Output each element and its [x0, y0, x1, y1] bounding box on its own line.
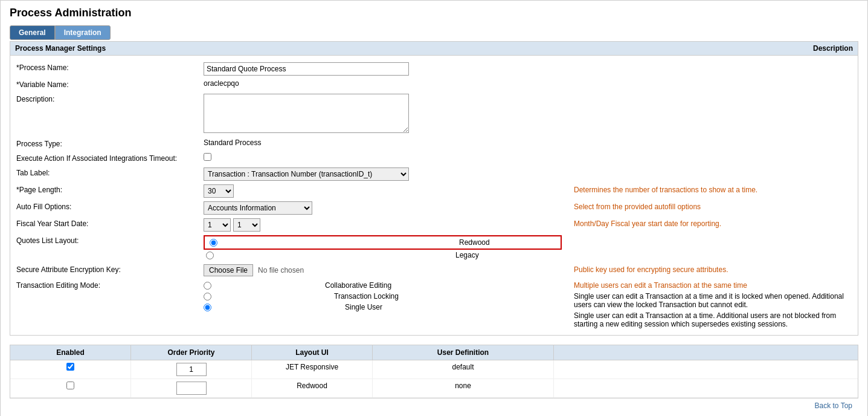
description-label: Description	[813, 44, 853, 53]
fiscal-year-label: Fiscal Year Start Date:	[16, 218, 204, 228]
row2-enabled	[10, 379, 131, 397]
page-length-row: *Page Length: 30 Determines the number o…	[16, 183, 852, 200]
auto-fill-select[interactable]: Accounts Information	[204, 201, 312, 215]
fiscal-year-row: Fiscal Year Start Date: 1 1 Month/Day Fi…	[16, 216, 852, 233]
file-area: Choose File No file chosen	[204, 264, 562, 276]
variable-name-value: oraclecpqo	[204, 77, 239, 88]
row2-order-priority-input[interactable]	[176, 382, 207, 395]
encryption-key-label: Secure Attribute Encryption Key:	[16, 264, 204, 274]
description-label-field: Description:	[16, 94, 204, 103]
form-area: *Process Name: *Variable Name: oraclecpq…	[10, 56, 858, 336]
page-title: Process Administration	[10, 7, 858, 19]
redwood-radio[interactable]	[210, 239, 217, 247]
transaction-editing-row: Transaction Editing Mode: Collaborative …	[16, 278, 852, 330]
single-user-radio[interactable]	[204, 304, 211, 311]
table-row: Redwood none	[10, 379, 858, 398]
page-length-label: *Page Length:	[16, 184, 204, 194]
process-name-label: *Process Name:	[16, 62, 204, 72]
description-textarea[interactable]	[204, 94, 409, 133]
process-name-row: *Process Name:	[16, 60, 852, 77]
tab-integration[interactable]: Integration	[55, 25, 111, 40]
row1-layout-ui: JET Responsive	[252, 360, 373, 379]
table-row: JET Responsive default	[10, 360, 858, 379]
locking-description: Single user can edit a Transaction at a …	[574, 292, 852, 309]
single-user-label: Single User	[345, 303, 382, 311]
process-name-input[interactable]	[204, 62, 409, 76]
col-header-layout-ui: Layout UI	[252, 345, 373, 360]
choose-file-button[interactable]: Choose File	[204, 264, 253, 276]
row1-enabled	[10, 360, 131, 379]
no-file-text: No file chosen	[258, 266, 304, 275]
transaction-editing-label: Transaction Editing Mode:	[16, 280, 204, 290]
bottom-table-header: Enabled Order Priority Layout UI User De…	[10, 345, 858, 360]
fiscal-year-day-select[interactable]: 1	[233, 218, 260, 232]
tab-label-row: Tab Label: Transaction : Transaction Num…	[16, 166, 852, 183]
tabs-container: General Integration	[10, 25, 858, 40]
encryption-description: Public key used for encrypting secure at…	[562, 264, 852, 274]
variable-name-label: *Variable Name:	[16, 79, 204, 89]
quotes-list-layout-row: Quotes List Layout: Redwood Legacy	[16, 233, 852, 262]
auto-fill-label: Auto Fill Options:	[16, 201, 204, 211]
page-length-select[interactable]: 30	[204, 184, 234, 198]
quotes-list-label: Quotes List Layout:	[16, 235, 204, 245]
legacy-option-container: Legacy	[204, 250, 562, 261]
process-type-value: Standard Process	[204, 137, 261, 147]
single-user-description: Single user can edit a Transaction at a …	[574, 311, 852, 328]
process-type-label: Process Type:	[16, 138, 204, 148]
tab-label-select[interactable]: Transaction : Transaction Number (transa…	[204, 167, 409, 181]
tab-general[interactable]: General	[10, 25, 55, 40]
row1-user-definition: default	[373, 360, 554, 379]
col-header-user-definition: User Definition	[373, 345, 554, 360]
encryption-key-row: Secure Attribute Encryption Key: Choose …	[16, 262, 852, 278]
col-header-order-priority: Order Priority	[131, 345, 252, 360]
redwood-label: Redwood	[459, 238, 490, 247]
row2-layout-ui: Redwood	[252, 379, 373, 397]
execute-action-checkbox[interactable]	[204, 153, 211, 161]
legacy-label: Legacy	[455, 251, 479, 259]
collaborative-label: Collaborative Editing	[325, 281, 391, 290]
fiscal-year-month-select[interactable]: 1	[204, 218, 231, 232]
process-name-control	[204, 62, 562, 76]
collaborative-description: Multiple users can edit a Transaction at…	[574, 281, 852, 290]
execute-action-row: Execute Action If Associated Integration…	[16, 151, 852, 166]
page-length-description: Determines the number of transactions to…	[562, 184, 852, 194]
process-type-row: Process Type: Standard Process	[16, 137, 852, 151]
row1-enabled-checkbox[interactable]	[66, 363, 74, 371]
tab-label-label: Tab Label:	[16, 167, 204, 177]
page-wrapper: Process Administration General Integrati…	[0, 0, 868, 416]
legacy-radio[interactable]	[206, 252, 214, 259]
settings-label: Process Manager Settings	[15, 44, 106, 53]
row1-order-priority-input[interactable]	[176, 363, 207, 376]
locking-radio[interactable]	[204, 293, 211, 301]
fiscal-year-description: Month/Day Fiscal year start date for rep…	[562, 218, 852, 228]
variable-name-row: *Variable Name: oraclecpqo	[16, 77, 852, 92]
layout-rows: Redwood Legacy	[204, 235, 562, 261]
locking-label: Transaction Locking	[334, 292, 399, 301]
section-header: Process Manager Settings Description	[10, 41, 858, 56]
single-user-option: Single User	[204, 302, 562, 313]
back-to-top[interactable]: Back to Top	[10, 398, 858, 413]
redwood-option-container: Redwood	[204, 235, 562, 250]
col-header-enabled: Enabled	[10, 345, 131, 360]
description-row: Description:	[16, 92, 852, 137]
auto-fill-row: Auto Fill Options: Accounts Information …	[16, 200, 852, 216]
row2-enabled-checkbox[interactable]	[66, 382, 74, 389]
fiscal-year-selects: 1 1	[204, 218, 562, 232]
collaborative-option: Collaborative Editing	[204, 280, 562, 291]
auto-fill-description: Select from the provided autofill option…	[562, 201, 852, 211]
editing-mode-rows: Collaborative Editing Transaction Lockin…	[204, 280, 562, 313]
row2-user-definition: none	[373, 379, 554, 397]
locking-option: Transaction Locking	[204, 291, 562, 302]
bottom-table: Enabled Order Priority Layout UI User De…	[10, 345, 858, 398]
collaborative-radio[interactable]	[204, 282, 211, 290]
execute-action-label: Execute Action If Associated Integration…	[16, 153, 204, 163]
